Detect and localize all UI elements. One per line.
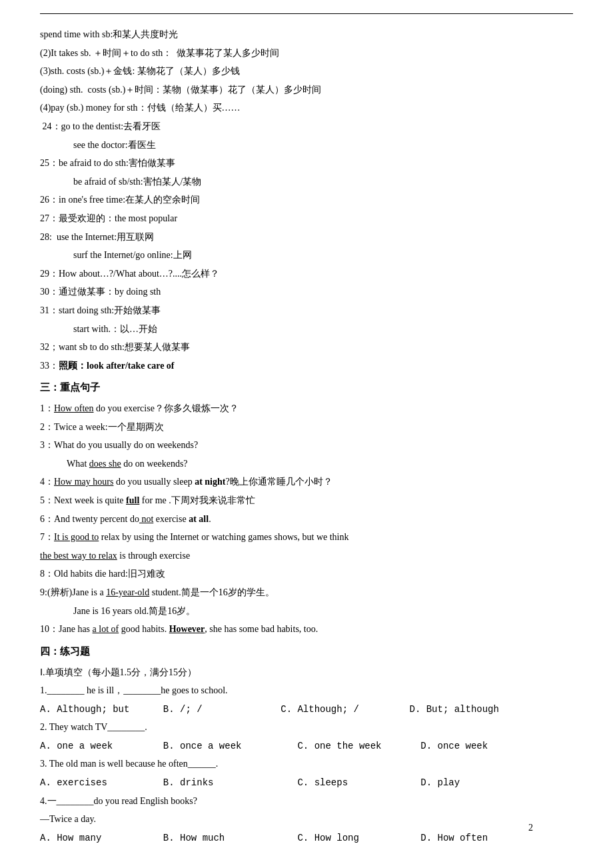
16-year-old-underline: 16-year-old	[106, 587, 149, 597]
line-takes: (2)It takes sb. ＋时间＋to do sth： 做某事花了某人多少…	[40, 45, 573, 63]
line-costs1: (3)sth. costs (sb.)＋金钱: 某物花了（某人）多少钱	[40, 63, 573, 81]
line-25: 25：be afraid to do sth:害怕做某事	[40, 155, 573, 173]
options-3: A. exercises B. drinks C. sleeps D. play	[40, 774, 573, 792]
sentence-3a: 3：What do you usually do on weekends?	[40, 437, 573, 455]
question-1: 1.________ he is ill，________he goes to …	[40, 682, 573, 700]
line-24: 24：go to the dentist:去看牙医	[40, 118, 573, 136]
line-afraid-of: be afraid of sb/sth:害怕某人/某物	[73, 173, 573, 191]
sentence-5: 5：Next week is quite full for me .下周对我来说…	[40, 492, 573, 510]
line-29: 29：How about…?/What about…?....怎么样？	[40, 265, 573, 283]
how-may-hours-underline: How may hours	[54, 477, 113, 487]
not-underline: not	[139, 514, 153, 524]
top-rule	[40, 13, 573, 14]
does-she-underline: does she	[89, 459, 121, 469]
line-costs2: (doing) sth. costs (sb.)＋时间：某物（做某事）花了（某人…	[40, 81, 573, 99]
how-often-underline: How often	[54, 403, 94, 413]
sentence-10: 10：Jane has a lot of good habits. Howeve…	[40, 621, 573, 639]
line-33-bold: 照顾：look after/take care of	[59, 361, 175, 371]
line-28: 28: use the Internet:用互联网	[40, 229, 573, 247]
however-underline: However	[169, 624, 205, 634]
line-32: 32；want sb to do sth:想要某人做某事	[40, 339, 573, 357]
main-content: spend time with sb:和某人共度时光 (2)It takes s…	[40, 26, 573, 847]
question-4-answer: —Twice a day.	[40, 811, 573, 829]
at-all-bold: at all	[189, 514, 209, 524]
sentence-6: 6：And twenty percent do not exercise at …	[40, 511, 573, 529]
options-2: A. one a week B. once a week C. one the …	[40, 737, 573, 755]
question-2: 2. They watch TV________.	[40, 719, 573, 737]
sentence-4: 4：How may hours do you usually sleep at …	[40, 473, 573, 491]
it-is-good-underline: It is good to	[54, 532, 99, 542]
a-lot-of-underline: a lot of	[93, 624, 119, 634]
line-31: 31：start doing sth:开始做某事	[40, 302, 573, 320]
at-night-bold: at night	[195, 477, 225, 487]
options-1: A. Although; but B. /; / C. Although; / …	[40, 701, 573, 719]
section-exercises: 四：练习题	[40, 643, 573, 661]
question-3: 3. The old man is well because he often_…	[40, 755, 573, 773]
sentence-9: 9:(辨析)Jane is a 16-year-old student.简是一个…	[40, 584, 573, 602]
page-number: 2	[528, 823, 533, 833]
sentence-7a: 7：It is good to relax by using the Inter…	[40, 529, 573, 547]
sentence-7b: the best way to relax is through exercis…	[40, 547, 573, 565]
line-see-doctor: see the doctor:看医生	[73, 137, 573, 155]
line-26: 26：in one's free time:在某人的空余时间	[40, 191, 573, 209]
question-4: 4.一________do you read English books?	[40, 793, 573, 811]
sentence-2: 2：Twice a week:一个星期两次	[40, 419, 573, 437]
line-30: 30：通过做某事：by doing sth	[40, 283, 573, 301]
line-33: 33：照顾：look after/take care of	[40, 357, 573, 375]
best-way-underline: the best way to relax	[40, 551, 117, 561]
line-start-with: start with.：以…开始	[73, 321, 573, 339]
section-sentences: 三：重点句子	[40, 379, 573, 397]
sentence-1: 1：How often do you exercise？你多久锻炼一次？	[40, 400, 573, 418]
options-4: A. How many B. How much C. How long D. H…	[40, 829, 573, 847]
line-pay: (4)pay (sb.) money for sth：付钱（给某人）买……	[40, 99, 573, 117]
full-underline: full	[126, 495, 139, 505]
line-spend: spend time with sb:和某人共度时光	[40, 26, 573, 44]
sentence-3b: What does she do on weekends?	[67, 455, 573, 473]
sentence-9b: Jane is 16 years old.简是16岁。	[73, 603, 573, 621]
line-27: 27：最受欢迎的：the most popular	[40, 210, 573, 228]
line-surf: surf the Internet/go online:上网	[73, 247, 573, 265]
exercise-header: Ⅰ.单项填空（每小题1.5分，满分15分）	[40, 664, 573, 682]
sentence-8: 8：Old habits die hard:旧习难改	[40, 565, 573, 583]
